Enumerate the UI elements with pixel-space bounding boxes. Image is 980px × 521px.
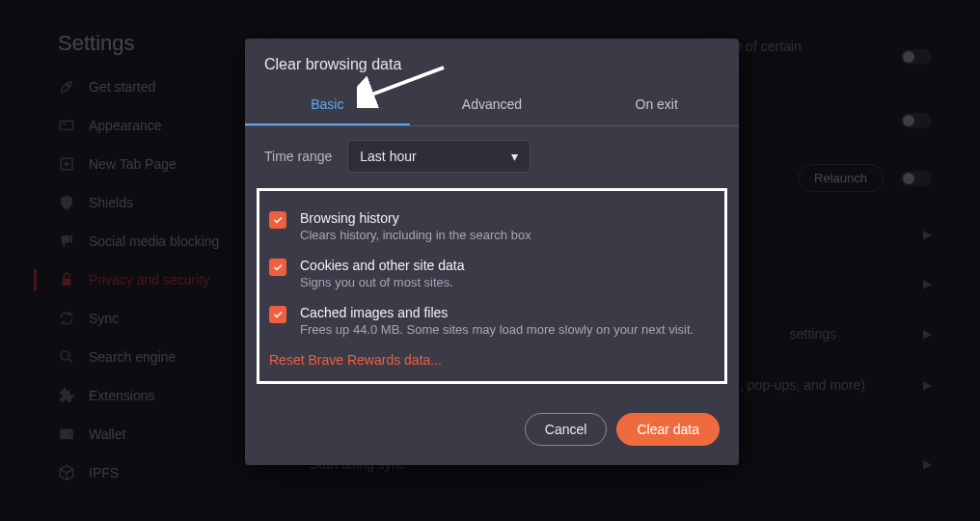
time-range-select[interactable]: Last hour ▾	[347, 140, 531, 173]
option-title: Browsing history	[300, 210, 531, 226]
option-cache[interactable]: Cached images and files Frees up 44.0 MB…	[269, 297, 715, 344]
time-range-label: Time range	[264, 149, 332, 164]
clear-data-button[interactable]: Clear data	[616, 413, 720, 446]
tab-basic[interactable]: Basic	[245, 87, 410, 125]
checkbox-cache[interactable]	[269, 306, 286, 323]
time-range-value: Last hour	[360, 149, 416, 164]
tab-onexit[interactable]: On exit	[574, 87, 739, 125]
checkbox-browsing-history[interactable]	[269, 211, 286, 229]
reset-rewards-link[interactable]: Reset Brave Rewards data...	[269, 344, 715, 370]
option-desc: Frees up 44.0 MB. Some sites may load mo…	[300, 322, 694, 337]
option-browsing-history[interactable]: Browsing history Clears history, includi…	[269, 203, 715, 250]
clear-data-modal: Clear browsing data Basic Advanced On ex…	[245, 39, 739, 465]
options-highlight-box: Browsing history Clears history, includi…	[257, 188, 727, 384]
option-title: Cached images and files	[300, 305, 694, 320]
dropdown-icon: ▾	[511, 149, 518, 164]
cancel-button[interactable]: Cancel	[525, 413, 608, 446]
tab-advanced[interactable]: Advanced	[410, 87, 575, 125]
modal-tabs: Basic Advanced On exit	[245, 87, 739, 126]
option-cookies[interactable]: Cookies and other site data Signs you ou…	[269, 250, 715, 297]
modal-title: Clear browsing data	[245, 39, 739, 87]
checkbox-cookies[interactable]	[269, 259, 286, 276]
option-desc: Clears history, including in the search …	[300, 228, 531, 242]
option-title: Cookies and other site data	[300, 258, 464, 273]
option-desc: Signs you out of most sites.	[300, 275, 464, 289]
